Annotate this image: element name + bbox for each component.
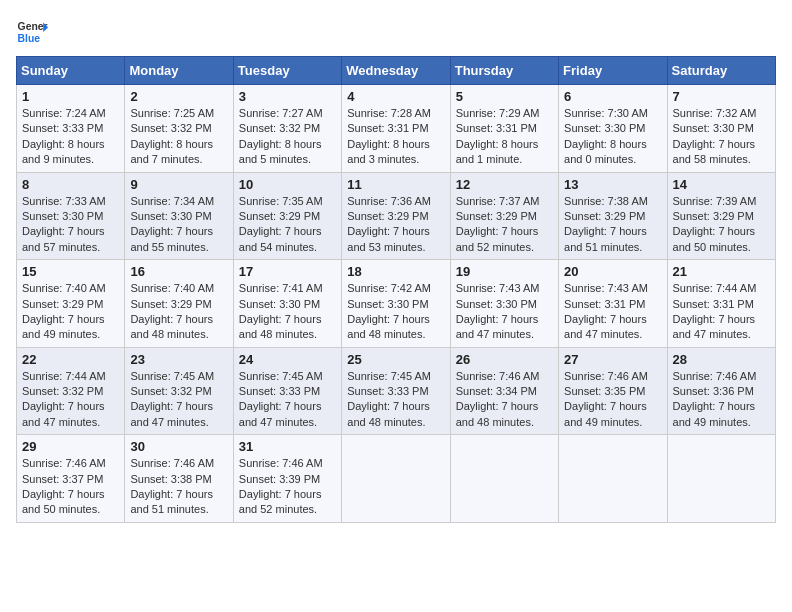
day-info: Sunrise: 7:43 AMSunset: 3:30 PMDaylight:… xyxy=(456,282,540,340)
day-info: Sunrise: 7:41 AMSunset: 3:30 PMDaylight:… xyxy=(239,282,323,340)
day-info: Sunrise: 7:44 AMSunset: 3:31 PMDaylight:… xyxy=(673,282,757,340)
weekday-header-saturday: Saturday xyxy=(667,57,775,85)
day-number: 5 xyxy=(456,89,553,104)
calendar-cell: 4 Sunrise: 7:28 AMSunset: 3:31 PMDayligh… xyxy=(342,85,450,173)
calendar-cell: 25 Sunrise: 7:45 AMSunset: 3:33 PMDaylig… xyxy=(342,347,450,435)
day-info: Sunrise: 7:36 AMSunset: 3:29 PMDaylight:… xyxy=(347,195,431,253)
calendar-cell: 26 Sunrise: 7:46 AMSunset: 3:34 PMDaylig… xyxy=(450,347,558,435)
calendar-cell: 17 Sunrise: 7:41 AMSunset: 3:30 PMDaylig… xyxy=(233,260,341,348)
weekday-header-friday: Friday xyxy=(559,57,667,85)
calendar-cell: 3 Sunrise: 7:27 AMSunset: 3:32 PMDayligh… xyxy=(233,85,341,173)
day-number: 17 xyxy=(239,264,336,279)
day-info: Sunrise: 7:40 AMSunset: 3:29 PMDaylight:… xyxy=(22,282,106,340)
day-info: Sunrise: 7:46 AMSunset: 3:38 PMDaylight:… xyxy=(130,457,214,515)
day-number: 29 xyxy=(22,439,119,454)
day-info: Sunrise: 7:46 AMSunset: 3:35 PMDaylight:… xyxy=(564,370,648,428)
page-header: General Blue xyxy=(16,16,776,48)
calendar-week-1: 1 Sunrise: 7:24 AMSunset: 3:33 PMDayligh… xyxy=(17,85,776,173)
calendar-cell: 7 Sunrise: 7:32 AMSunset: 3:30 PMDayligh… xyxy=(667,85,775,173)
day-number: 30 xyxy=(130,439,227,454)
calendar-cell: 14 Sunrise: 7:39 AMSunset: 3:29 PMDaylig… xyxy=(667,172,775,260)
weekday-header-wednesday: Wednesday xyxy=(342,57,450,85)
weekday-header-thursday: Thursday xyxy=(450,57,558,85)
calendar-week-3: 15 Sunrise: 7:40 AMSunset: 3:29 PMDaylig… xyxy=(17,260,776,348)
day-info: Sunrise: 7:24 AMSunset: 3:33 PMDaylight:… xyxy=(22,107,106,165)
day-number: 11 xyxy=(347,177,444,192)
day-number: 18 xyxy=(347,264,444,279)
calendar-cell: 24 Sunrise: 7:45 AMSunset: 3:33 PMDaylig… xyxy=(233,347,341,435)
day-info: Sunrise: 7:45 AMSunset: 3:32 PMDaylight:… xyxy=(130,370,214,428)
svg-text:Blue: Blue xyxy=(18,33,41,44)
calendar-cell: 16 Sunrise: 7:40 AMSunset: 3:29 PMDaylig… xyxy=(125,260,233,348)
day-number: 25 xyxy=(347,352,444,367)
calendar-cell xyxy=(450,435,558,523)
day-number: 10 xyxy=(239,177,336,192)
day-number: 6 xyxy=(564,89,661,104)
day-info: Sunrise: 7:39 AMSunset: 3:29 PMDaylight:… xyxy=(673,195,757,253)
day-number: 27 xyxy=(564,352,661,367)
calendar-week-4: 22 Sunrise: 7:44 AMSunset: 3:32 PMDaylig… xyxy=(17,347,776,435)
day-info: Sunrise: 7:29 AMSunset: 3:31 PMDaylight:… xyxy=(456,107,540,165)
weekday-header-sunday: Sunday xyxy=(17,57,125,85)
day-number: 9 xyxy=(130,177,227,192)
day-number: 4 xyxy=(347,89,444,104)
day-info: Sunrise: 7:33 AMSunset: 3:30 PMDaylight:… xyxy=(22,195,106,253)
weekday-header-monday: Monday xyxy=(125,57,233,85)
day-number: 16 xyxy=(130,264,227,279)
calendar-cell: 29 Sunrise: 7:46 AMSunset: 3:37 PMDaylig… xyxy=(17,435,125,523)
calendar-cell: 5 Sunrise: 7:29 AMSunset: 3:31 PMDayligh… xyxy=(450,85,558,173)
calendar-cell: 30 Sunrise: 7:46 AMSunset: 3:38 PMDaylig… xyxy=(125,435,233,523)
day-info: Sunrise: 7:45 AMSunset: 3:33 PMDaylight:… xyxy=(347,370,431,428)
logo: General Blue xyxy=(16,16,48,48)
calendar-cell: 10 Sunrise: 7:35 AMSunset: 3:29 PMDaylig… xyxy=(233,172,341,260)
calendar-cell: 2 Sunrise: 7:25 AMSunset: 3:32 PMDayligh… xyxy=(125,85,233,173)
calendar-cell: 28 Sunrise: 7:46 AMSunset: 3:36 PMDaylig… xyxy=(667,347,775,435)
day-info: Sunrise: 7:46 AMSunset: 3:34 PMDaylight:… xyxy=(456,370,540,428)
calendar-cell: 19 Sunrise: 7:43 AMSunset: 3:30 PMDaylig… xyxy=(450,260,558,348)
day-number: 2 xyxy=(130,89,227,104)
calendar-week-5: 29 Sunrise: 7:46 AMSunset: 3:37 PMDaylig… xyxy=(17,435,776,523)
calendar-cell: 22 Sunrise: 7:44 AMSunset: 3:32 PMDaylig… xyxy=(17,347,125,435)
day-number: 26 xyxy=(456,352,553,367)
day-info: Sunrise: 7:34 AMSunset: 3:30 PMDaylight:… xyxy=(130,195,214,253)
calendar-week-2: 8 Sunrise: 7:33 AMSunset: 3:30 PMDayligh… xyxy=(17,172,776,260)
calendar-cell: 8 Sunrise: 7:33 AMSunset: 3:30 PMDayligh… xyxy=(17,172,125,260)
calendar-cell: 9 Sunrise: 7:34 AMSunset: 3:30 PMDayligh… xyxy=(125,172,233,260)
day-info: Sunrise: 7:46 AMSunset: 3:39 PMDaylight:… xyxy=(239,457,323,515)
calendar-cell xyxy=(559,435,667,523)
day-number: 28 xyxy=(673,352,770,367)
day-number: 7 xyxy=(673,89,770,104)
logo-icon: General Blue xyxy=(16,16,48,48)
day-number: 14 xyxy=(673,177,770,192)
day-number: 21 xyxy=(673,264,770,279)
day-info: Sunrise: 7:27 AMSunset: 3:32 PMDaylight:… xyxy=(239,107,323,165)
day-number: 22 xyxy=(22,352,119,367)
calendar-cell xyxy=(667,435,775,523)
day-number: 8 xyxy=(22,177,119,192)
day-number: 31 xyxy=(239,439,336,454)
day-number: 15 xyxy=(22,264,119,279)
weekday-header-tuesday: Tuesday xyxy=(233,57,341,85)
day-info: Sunrise: 7:35 AMSunset: 3:29 PMDaylight:… xyxy=(239,195,323,253)
day-info: Sunrise: 7:37 AMSunset: 3:29 PMDaylight:… xyxy=(456,195,540,253)
day-number: 24 xyxy=(239,352,336,367)
calendar-cell: 1 Sunrise: 7:24 AMSunset: 3:33 PMDayligh… xyxy=(17,85,125,173)
calendar-cell: 23 Sunrise: 7:45 AMSunset: 3:32 PMDaylig… xyxy=(125,347,233,435)
day-number: 19 xyxy=(456,264,553,279)
calendar-cell: 11 Sunrise: 7:36 AMSunset: 3:29 PMDaylig… xyxy=(342,172,450,260)
day-info: Sunrise: 7:30 AMSunset: 3:30 PMDaylight:… xyxy=(564,107,648,165)
calendar-cell: 6 Sunrise: 7:30 AMSunset: 3:30 PMDayligh… xyxy=(559,85,667,173)
day-number: 13 xyxy=(564,177,661,192)
calendar-cell: 21 Sunrise: 7:44 AMSunset: 3:31 PMDaylig… xyxy=(667,260,775,348)
day-info: Sunrise: 7:44 AMSunset: 3:32 PMDaylight:… xyxy=(22,370,106,428)
calendar-cell: 20 Sunrise: 7:43 AMSunset: 3:31 PMDaylig… xyxy=(559,260,667,348)
day-info: Sunrise: 7:45 AMSunset: 3:33 PMDaylight:… xyxy=(239,370,323,428)
day-number: 12 xyxy=(456,177,553,192)
calendar-table: SundayMondayTuesdayWednesdayThursdayFrid… xyxy=(16,56,776,523)
day-number: 3 xyxy=(239,89,336,104)
calendar-cell xyxy=(342,435,450,523)
calendar-cell: 27 Sunrise: 7:46 AMSunset: 3:35 PMDaylig… xyxy=(559,347,667,435)
calendar-cell: 12 Sunrise: 7:37 AMSunset: 3:29 PMDaylig… xyxy=(450,172,558,260)
day-info: Sunrise: 7:46 AMSunset: 3:36 PMDaylight:… xyxy=(673,370,757,428)
day-info: Sunrise: 7:25 AMSunset: 3:32 PMDaylight:… xyxy=(130,107,214,165)
